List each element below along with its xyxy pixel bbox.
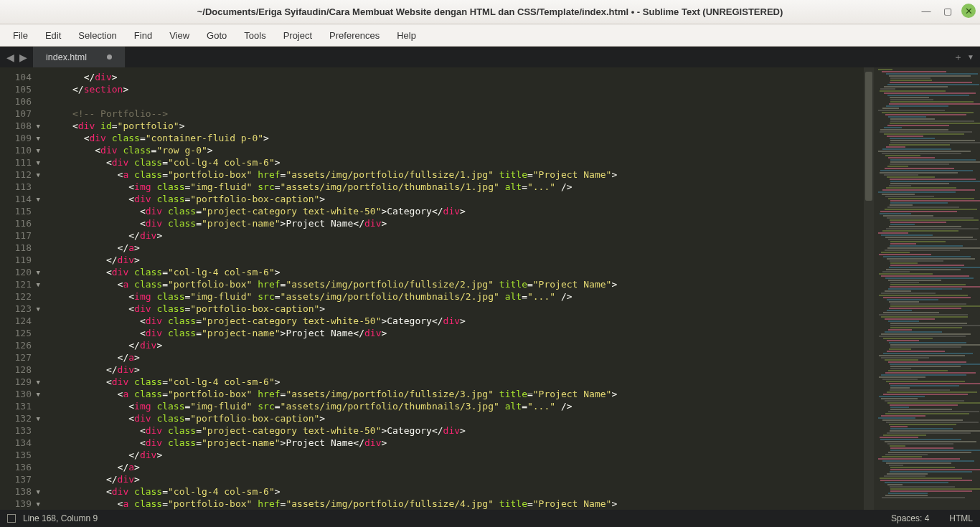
nav-back-icon[interactable]: ◀ — [4, 52, 16, 63]
line-number[interactable]: 122 — [0, 290, 39, 303]
panel-toggle-icon[interactable] — [7, 514, 16, 523]
code-line[interactable]: </div> — [39, 254, 980, 266]
line-number[interactable]: 129▼ — [0, 376, 39, 388]
line-number[interactable]: 139▼ — [0, 498, 39, 510]
code-line[interactable]: <div class="col-lg-4 col-sm-6"> — [39, 266, 980, 278]
code-line[interactable]: <a class="portfolio-box" href="assets/im… — [39, 278, 980, 290]
code-line[interactable]: <img class="img-fluid" src="assets/img/p… — [39, 400, 980, 412]
line-number[interactable]: 123▼ — [0, 303, 39, 315]
line-number[interactable]: 131 — [0, 400, 39, 412]
line-number[interactable]: 125 — [0, 327, 39, 339]
line-number[interactable]: 117 — [0, 229, 39, 242]
vertical-scrollbar[interactable] — [864, 67, 874, 510]
line-number[interactable]: 126 — [0, 339, 39, 351]
tab-dropdown-icon[interactable]: ▼ — [967, 53, 974, 61]
menu-edit[interactable]: Edit — [37, 26, 70, 45]
line-number[interactable]: 111▼ — [0, 156, 39, 168]
code-line[interactable]: <div class="project-category text-white-… — [39, 205, 980, 217]
menu-find[interactable]: Find — [126, 26, 161, 45]
line-number[interactable]: 120▼ — [0, 266, 39, 278]
status-language[interactable]: HTML — [949, 513, 973, 523]
code-line[interactable]: </div> — [39, 473, 980, 485]
line-number[interactable]: 105 — [0, 83, 39, 95]
code-line[interactable]: </a> — [39, 242, 980, 254]
code-line[interactable]: <div id="portfolio"> — [39, 120, 980, 132]
status-line-col[interactable]: Line 168, Column 9 — [23, 513, 98, 523]
code-line[interactable]: </div> — [39, 71, 980, 83]
line-number[interactable]: 119 — [0, 254, 39, 266]
menu-preferences[interactable]: Preferences — [321, 26, 388, 45]
code-line[interactable]: <div class="project-category text-white-… — [39, 315, 980, 327]
menu-goto[interactable]: Goto — [198, 26, 235, 45]
line-number[interactable]: 136 — [0, 461, 39, 473]
code-line[interactable]: <!-- Portfolio--> — [39, 108, 980, 120]
maximize-button[interactable]: ▢ — [940, 3, 956, 19]
line-number[interactable]: 112▼ — [0, 168, 39, 181]
code-line[interactable]: </a> — [39, 461, 980, 473]
scrollbar-thumb[interactable] — [865, 72, 872, 201]
minimize-button[interactable]: — — [918, 3, 934, 19]
line-number[interactable]: 121▼ — [0, 278, 39, 290]
line-number[interactable]: 104 — [0, 71, 39, 83]
menu-file[interactable]: File — [4, 26, 37, 45]
line-number[interactable]: 113 — [0, 181, 39, 193]
menu-help[interactable]: Help — [388, 26, 425, 45]
status-spaces[interactable]: Spaces: 4 — [891, 513, 929, 523]
line-number[interactable]: 128 — [0, 364, 39, 376]
code-line[interactable]: <img class="img-fluid" src="assets/img/p… — [39, 181, 980, 193]
code-line[interactable]: <a class="portfolio-box" href="assets/im… — [39, 388, 980, 400]
line-number[interactable]: 114▼ — [0, 193, 39, 205]
line-number[interactable]: 116 — [0, 217, 39, 229]
line-number[interactable]: 115 — [0, 205, 39, 217]
nav-forward-icon[interactable]: ▶ — [17, 52, 29, 63]
code-line[interactable]: <a class="portfolio-box" href="assets/im… — [39, 498, 980, 510]
code-line[interactable]: <div class="portfolio-box-caption"> — [39, 412, 980, 424]
line-number[interactable]: 132▼ — [0, 412, 39, 424]
code-line[interactable]: <div class="col-lg-4 col-sm-6"> — [39, 485, 980, 498]
close-button[interactable]: ✕ — [961, 4, 976, 18]
line-number[interactable]: 133 — [0, 424, 39, 437]
code-editor[interactable]: </div> </section> <!-- Portfolio--> <div… — [39, 67, 980, 510]
menu-selection[interactable]: Selection — [70, 26, 125, 45]
line-number[interactable]: 110▼ — [0, 144, 39, 156]
code-line[interactable]: <img class="img-fluid" src="assets/img/p… — [39, 290, 980, 303]
code-line[interactable]: <div class="col-lg-4 col-sm-6"> — [39, 376, 980, 388]
code-line[interactable]: <div class="project-name">Project Name</… — [39, 437, 980, 449]
minimap[interactable] — [874, 67, 980, 510]
menu-project[interactable]: Project — [275, 26, 321, 45]
code-line[interactable]: <div class="portfolio-box-caption"> — [39, 193, 980, 205]
line-number[interactable]: 138▼ — [0, 485, 39, 498]
code-line[interactable] — [39, 95, 980, 108]
menu-view[interactable]: View — [161, 26, 198, 45]
line-number[interactable]: 107 — [0, 108, 39, 120]
code-line[interactable]: <div class="row g-0"> — [39, 144, 980, 156]
code-line[interactable]: <div class="project-name">Project Name</… — [39, 327, 980, 339]
line-number[interactable]: 124 — [0, 315, 39, 327]
code-line[interactable]: </div> — [39, 364, 980, 376]
code-line[interactable]: <div class="project-name">Project Name</… — [39, 217, 980, 229]
line-number[interactable]: 109▼ — [0, 132, 39, 144]
new-tab-button[interactable]: ＋ — [953, 51, 963, 64]
code-line[interactable]: </div> — [39, 229, 980, 242]
line-number[interactable]: 108▼ — [0, 120, 39, 132]
tab-index-html[interactable]: index.html — [33, 47, 126, 67]
code-line[interactable]: <div class="portfolio-box-caption"> — [39, 303, 980, 315]
code-line[interactable]: </section> — [39, 83, 980, 95]
code-line[interactable]: <div class="container-fluid p-0"> — [39, 132, 980, 144]
code-line[interactable]: </div> — [39, 339, 980, 351]
line-number[interactable]: 135 — [0, 449, 39, 461]
line-number[interactable]: 130▼ — [0, 388, 39, 400]
code-line[interactable]: <div class="col-lg-4 col-sm-6"> — [39, 156, 980, 168]
code-line[interactable]: </a> — [39, 351, 980, 364]
line-number[interactable]: 137 — [0, 473, 39, 485]
menu-tools[interactable]: Tools — [235, 26, 274, 45]
code-line[interactable]: </div> — [39, 449, 980, 461]
line-number[interactable]: 127 — [0, 351, 39, 364]
line-number[interactable]: 134 — [0, 437, 39, 449]
code-line[interactable]: <a class="portfolio-box" href="assets/im… — [39, 168, 980, 181]
editor-area[interactable]: 104105106107108▼109▼110▼111▼112▼113114▼1… — [0, 67, 980, 510]
line-number-gutter[interactable]: 104105106107108▼109▼110▼111▼112▼113114▼1… — [0, 67, 39, 510]
line-number[interactable]: 106 — [0, 95, 39, 108]
code-line[interactable]: <div class="project-category text-white-… — [39, 424, 980, 437]
line-number[interactable]: 118 — [0, 242, 39, 254]
